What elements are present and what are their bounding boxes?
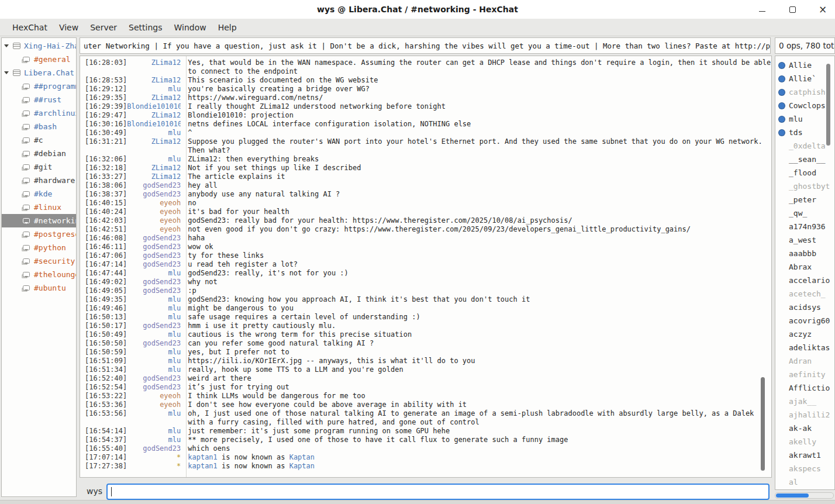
message-text: ty for these links bbox=[188, 251, 771, 260]
nick: ZLima12 bbox=[127, 94, 181, 102]
tree-channel--programmi[interactable]: ##programmi bbox=[2, 80, 76, 93]
userlist-scrollbar-thumb[interactable] bbox=[826, 64, 830, 146]
tree-channel--ubuntu[interactable]: #ubuntu bbox=[2, 281, 76, 295]
message-segment-link[interactable]: Kaptan bbox=[289, 453, 315, 461]
tree-label: #networking bbox=[34, 216, 76, 225]
tree-label: #hardware bbox=[34, 176, 75, 185]
nick: * bbox=[127, 453, 181, 462]
text-caret bbox=[111, 487, 112, 496]
chat-line: [17:07:14]*kaptan1 is now known as Kapta… bbox=[85, 453, 771, 462]
minimize-button[interactable] bbox=[754, 2, 770, 17]
menu-item-view[interactable]: View bbox=[53, 20, 84, 34]
menu-item-help[interactable]: Help bbox=[212, 20, 243, 34]
message-text: godSend23: really bad for your health: h… bbox=[188, 216, 771, 225]
tree-channel--python[interactable]: #python bbox=[2, 241, 76, 254]
tree-channel--general[interactable]: #general bbox=[2, 53, 76, 66]
tree-channel--kde[interactable]: #kde bbox=[2, 187, 76, 201]
user-name: Allie` bbox=[789, 74, 816, 83]
close-button[interactable]: × bbox=[815, 2, 830, 17]
tree-channel--thelounge[interactable]: #thelounge bbox=[2, 268, 76, 281]
chat-scrollbar[interactable] bbox=[760, 57, 765, 477]
channel-icon bbox=[23, 205, 30, 210]
tree-channel--rust[interactable]: ##rust bbox=[2, 93, 76, 106]
user-name: a_west bbox=[789, 236, 816, 244]
nick: eyeoh bbox=[127, 199, 181, 208]
user-name: Allie bbox=[789, 61, 812, 70]
message-input[interactable] bbox=[106, 484, 770, 500]
channel-icon bbox=[23, 151, 30, 156]
tree-server-xing-hai-zhan[interactable]: Xing-Hai-Zhan bbox=[2, 39, 76, 53]
user-name: aczyz bbox=[789, 330, 812, 339]
chat-line: [16:53:56]mluoh, I just used one of thos… bbox=[85, 409, 771, 427]
chat-area: [16:28:03]ZLima12Yes, that would be in t… bbox=[80, 56, 772, 478]
nick: mlu bbox=[127, 365, 181, 374]
chat-line: [16:55:40]godSend23which oens bbox=[85, 444, 771, 453]
message-text: wow ok bbox=[188, 243, 771, 251]
user-mode-dot bbox=[778, 102, 785, 109]
tree-channel--networking[interactable]: #networking bbox=[2, 214, 76, 227]
user-mode-dot bbox=[778, 62, 785, 69]
user-name: Cowclops` bbox=[789, 101, 830, 110]
chat-line: [16:46:08]godSend23haha bbox=[85, 234, 771, 243]
tree-channel--linux[interactable]: #linux bbox=[2, 201, 76, 214]
message-segment-link[interactable]: kaptan1 bbox=[188, 462, 218, 470]
tree-channel--security[interactable]: #security bbox=[2, 254, 76, 268]
tree-label: #kde bbox=[34, 189, 52, 198]
tree-channel--archlinux[interactable]: #archlinux bbox=[2, 106, 76, 120]
message-text: just remember: it's just some program ru… bbox=[188, 427, 771, 436]
timestamp: [17:27:38] bbox=[85, 462, 127, 471]
tree-channel--bash[interactable]: #bash bbox=[2, 120, 76, 133]
userlist-scrollbar[interactable] bbox=[826, 57, 831, 489]
expander-icon[interactable] bbox=[4, 71, 9, 74]
timestamp: [16:50:49] bbox=[85, 330, 127, 339]
userlist-hscrollbar[interactable] bbox=[775, 492, 834, 499]
nick: mlu bbox=[127, 269, 181, 278]
own-nick-label: wys bbox=[87, 486, 102, 496]
chat-line: [17:27:38]*kaptan1 is now known as Kapta… bbox=[85, 462, 771, 471]
topic-bar[interactable]: uter Networking | If you have a question… bbox=[80, 37, 771, 54]
channel-icon bbox=[23, 232, 30, 237]
tree-channel--postgresql[interactable]: #postgresql bbox=[2, 227, 76, 241]
message-segment-link[interactable]: kaptan1 bbox=[188, 453, 218, 461]
tree-channel--c[interactable]: #c bbox=[2, 133, 76, 147]
nick: godSend23 bbox=[127, 374, 181, 383]
chat-scrollbar-thumb[interactable] bbox=[761, 377, 765, 471]
message-text: ^ bbox=[188, 129, 771, 137]
expander-icon[interactable] bbox=[4, 44, 9, 47]
tree-server-libera-chat[interactable]: Libera.Chat bbox=[2, 66, 76, 80]
userlist-hscrollbar-thumb[interactable] bbox=[776, 493, 809, 498]
timestamp: [16:29:35] bbox=[85, 94, 127, 102]
message-text: Blondie101010: projection bbox=[188, 111, 771, 120]
timestamp: [16:29:12] bbox=[85, 85, 127, 94]
menu-bar: HexChatViewServerSettingsWindowHelp bbox=[0, 19, 835, 36]
nick: godSend23 bbox=[127, 181, 181, 190]
nick-message-separator bbox=[186, 56, 187, 477]
nick: eyeoh bbox=[127, 392, 181, 401]
message-segment-link[interactable]: Kaptan bbox=[289, 462, 315, 470]
user-name: mlu bbox=[789, 115, 802, 123]
nick: mlu bbox=[127, 348, 181, 357]
titlebar: wys @ Libera.Chat / #networking - HexCha… bbox=[0, 0, 835, 19]
channel-icon bbox=[23, 124, 30, 129]
chat-line: [16:50:50]godSend23can you refer some go… bbox=[85, 339, 771, 348]
timestamp: [16:30:16] bbox=[85, 120, 127, 129]
timestamp: [16:38:06] bbox=[85, 181, 127, 190]
timestamp: [16:53:22] bbox=[85, 392, 127, 401]
channel-icon bbox=[23, 285, 30, 291]
menu-item-window[interactable]: Window bbox=[168, 20, 212, 34]
user-name: Abrax bbox=[789, 263, 812, 271]
maximize-button[interactable] bbox=[785, 2, 800, 17]
message-text: netns defines LOCAL interface configurat… bbox=[188, 120, 771, 129]
tree-channel--git[interactable]: #git bbox=[2, 160, 76, 174]
menu-item-hexchat[interactable]: HexChat bbox=[6, 20, 53, 34]
chat-line: [16:38:06]godSend23hey all bbox=[85, 181, 771, 190]
menu-item-server[interactable]: Server bbox=[84, 20, 123, 34]
nick: Blondie101010 bbox=[127, 120, 181, 129]
tree-channel--hardware[interactable]: #hardware bbox=[2, 174, 76, 187]
user-mode-dot bbox=[778, 129, 785, 136]
chat-line: [16:28:03]ZLima12Yes, that would be in t… bbox=[85, 58, 771, 76]
user-name: akspecs bbox=[789, 464, 821, 473]
channel-icon bbox=[23, 137, 30, 143]
menu-item-settings[interactable]: Settings bbox=[123, 20, 168, 34]
tree-channel--debian[interactable]: #debian bbox=[2, 147, 76, 160]
